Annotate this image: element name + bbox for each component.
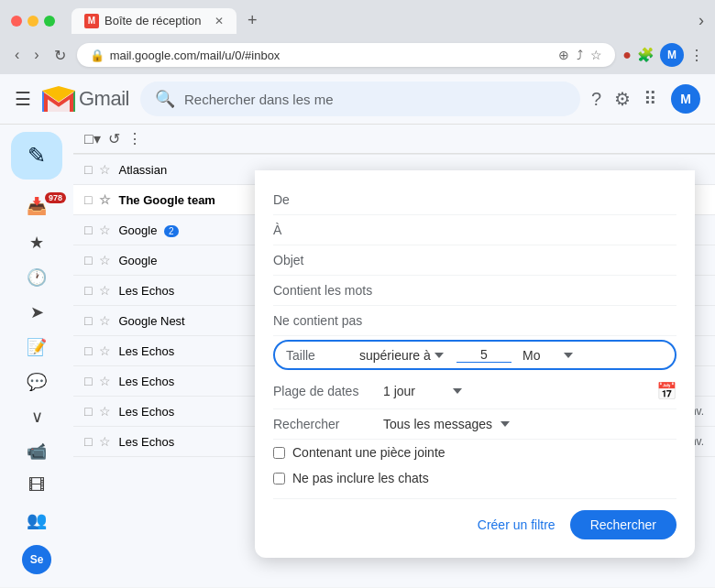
email-star[interactable]: ☆ [99, 313, 111, 328]
email-star[interactable]: ☆ [99, 374, 111, 388]
tab-close-button[interactable]: ✕ [214, 15, 224, 27]
email-star[interactable]: ☆ [99, 434, 111, 449]
email-sender: Google 2 [118, 223, 247, 237]
email-checkbox[interactable]: □ [84, 162, 92, 177]
date-range-label: Plage de dates [273, 384, 383, 398]
to-field-row: À [273, 215, 676, 245]
menu-icon[interactable]: ☰ [15, 88, 31, 110]
email-checkbox[interactable]: □ [84, 223, 92, 237]
email-checkbox[interactable]: □ [84, 313, 92, 328]
sidebar-item-snoozed[interactable]: 🕐 [4, 262, 70, 293]
email-checkbox[interactable]: □ [84, 253, 92, 267]
from-label: De [273, 192, 383, 207]
sidebar-item-profile[interactable]: Se [4, 539, 70, 580]
not-has-field-row: Ne contient pas [273, 306, 676, 336]
email-sender: Les Echos [118, 375, 247, 388]
sidebar-item-rooms[interactable]: 🎞 [4, 471, 70, 501]
calendar-icon[interactable]: 📅 [656, 381, 676, 401]
window-controls [11, 16, 55, 27]
new-tab-button[interactable]: + [240, 7, 265, 34]
email-checkbox[interactable]: □ [84, 404, 92, 419]
gmail-sidebar: ✎ 📥 978 ★ 🕐 ➤ 📝 💬 [0, 125, 73, 587]
share-icon[interactable]: ⤴ [577, 48, 583, 62]
tab-title: Boîte de réception [104, 14, 202, 27]
to-input[interactable] [383, 223, 676, 237]
sidebar-item-drafts[interactable]: 📝 [4, 332, 70, 363]
user-avatar[interactable]: M [671, 84, 700, 114]
email-star[interactable]: ☆ [99, 162, 111, 177]
compose-button[interactable]: ✎ [11, 132, 62, 180]
apps-grid-icon[interactable]: ⠿ [644, 88, 658, 110]
attachment-checkbox-row: Contenant une pièce jointe [273, 440, 676, 465]
not-has-label: Ne contient pas [273, 313, 383, 328]
maximize-window-button[interactable] [44, 16, 55, 27]
bookmark-icon[interactable]: ⊕ [558, 48, 569, 62]
subject-input[interactable] [383, 253, 676, 267]
sidebar-item-more[interactable]: ∨ [4, 401, 70, 432]
email-checkbox[interactable]: □ [84, 192, 92, 207]
no-chat-checkbox-row: Ne pas inclure les chats [273, 465, 676, 491]
help-icon[interactable]: ? [591, 89, 601, 110]
search-bar-container[interactable]: 🔍 Rechercher dans les me [140, 82, 580, 116]
from-field-row: De [273, 185, 676, 215]
size-value-input[interactable] [456, 347, 512, 363]
email-checkbox[interactable]: □ [84, 343, 92, 358]
browser-profile-avatar[interactable]: M [660, 43, 684, 67]
tab-more-button[interactable]: › [698, 11, 704, 30]
extensions-icon[interactable]: 🧩 [637, 47, 654, 63]
search-in-select[interactable]: Tous les messages Boîte de réception Env… [383, 417, 512, 431]
forward-button[interactable]: › [30, 45, 42, 65]
sidebar-item-starred[interactable]: ★ [4, 227, 70, 258]
email-star[interactable]: ☆ [99, 343, 111, 358]
search-button[interactable]: Rechercher [570, 510, 676, 539]
date-range-row: Plage de dates 1 jour 3 jours 1 semaine … [273, 374, 676, 409]
sidebar-item-contacts[interactable]: 👥 [4, 505, 70, 536]
email-star[interactable]: ☆ [99, 192, 111, 207]
select-all-checkbox[interactable]: □▾ [84, 130, 101, 147]
sidebar-item-meet[interactable]: 📹 [4, 436, 70, 467]
sidebar-item-sent[interactable]: ➤ [4, 297, 70, 328]
clock-icon: 🕐 [27, 267, 47, 288]
email-star[interactable]: ☆ [99, 223, 111, 237]
gmail-logo: Gmail [42, 86, 129, 112]
back-button[interactable]: ‹ [11, 45, 23, 65]
close-window-button[interactable] [11, 16, 22, 27]
star-icon[interactable]: ☆ [590, 48, 602, 62]
no-chat-checkbox[interactable] [273, 473, 285, 485]
has-words-label: Contient les mots [273, 283, 383, 298]
address-field[interactable]: 🔒 mail.google.com/mail/u/0/#inbox ⊕ ⤴ ☆ [77, 43, 616, 67]
attachment-checkbox[interactable] [273, 447, 285, 459]
email-checkbox[interactable]: □ [84, 434, 92, 449]
email-star[interactable]: ☆ [99, 253, 111, 267]
refresh-button[interactable]: ↺ [108, 130, 120, 147]
opera-icon[interactable]: ● [622, 47, 632, 63]
email-star[interactable]: ☆ [99, 404, 111, 419]
email-checkbox[interactable]: □ [84, 283, 92, 298]
more-options-button[interactable]: ⋮ [127, 130, 142, 147]
email-star[interactable]: ☆ [99, 283, 111, 298]
address-text: mail.google.com/mail/u/0/#inbox [110, 49, 554, 62]
subject-label: Objet [273, 253, 383, 267]
size-unit-select[interactable]: Mo Ko Octets [522, 348, 575, 363]
settings-icon[interactable]: ⚙ [614, 88, 631, 110]
search-input[interactable]: Rechercher dans les me [184, 92, 566, 107]
email-checkbox[interactable]: □ [84, 374, 92, 388]
size-comparison-select[interactable]: supérieure à inférieure à égale à [359, 348, 446, 363]
sidebar-item-inbox[interactable]: 📥 978 [4, 191, 70, 223]
active-tab[interactable]: M Boîte de réception ✕ [72, 8, 236, 34]
not-has-input[interactable] [383, 313, 676, 328]
browser-menu-icon[interactable]: ⋮ [689, 47, 704, 64]
has-words-input[interactable] [383, 283, 676, 298]
email-sender: Google Nest [118, 314, 247, 328]
header-search-bar[interactable]: 🔍 Rechercher dans les me [140, 82, 580, 116]
search-panel-footer: Créer un filtre Rechercher [273, 498, 676, 539]
reload-button[interactable]: ↻ [50, 45, 70, 66]
date-range-select[interactable]: 1 jour 3 jours 1 semaine 2 semaines 1 mo… [383, 384, 464, 398]
from-input[interactable] [383, 192, 676, 207]
header-right-icons: ? ⚙ ⠿ M [591, 84, 700, 114]
minimize-window-button[interactable] [28, 16, 38, 27]
create-filter-link[interactable]: Créer un filtre [478, 517, 556, 532]
sidebar-item-chat[interactable]: 💬 [4, 366, 70, 397]
no-chat-label: Ne pas inclure les chats [292, 471, 429, 485]
email-sender: Les Echos [118, 344, 247, 358]
